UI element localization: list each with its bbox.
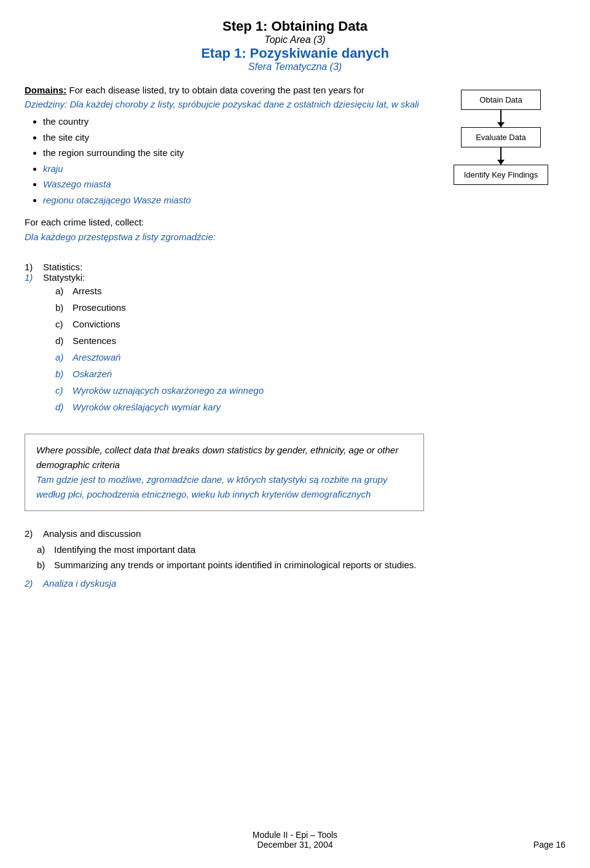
flowchart-box-1: Evaluate Data: [461, 127, 541, 147]
main-title-en: Step 1: Obtaining Data: [25, 18, 565, 34]
where-possible-en: Where possible, collect data that breaks…: [36, 445, 398, 470]
stats-list: a) Arrests b) Prosecutions c) Conviction…: [55, 283, 424, 415]
for-each-en: For each crime listed, collect:: [25, 215, 424, 230]
domains-text-en: For each disease listed, try to obtain d…: [69, 85, 364, 95]
footer-line1: Module II - Epi – Tools: [0, 830, 590, 840]
stats-sub-number: 1): [25, 272, 43, 283]
subtitle-en: Topic Area (3): [25, 34, 565, 45]
list-item: the site city: [43, 130, 424, 146]
list-item: b) Prosecutions: [55, 299, 424, 316]
stats-number: 1): [25, 262, 43, 272]
bullet-item-2-en: the region surrounding the site city: [43, 147, 184, 158]
list-item: d) Wyroków określających wymiar kary: [55, 399, 424, 415]
list-item: a) Arrests: [55, 283, 424, 299]
subtitle-pl: Sfera Tematyczna (3): [25, 61, 565, 72]
domains-text-pl: Dla każdej choroby z listy, spróbujcie p…: [69, 99, 419, 109]
bullet-item-0-en: the country: [43, 116, 88, 127]
bullet-item-2-pl: regionu otaczającego Wasze miasto: [43, 195, 191, 205]
for-each-pl: Dla każdego przestępstwa z listy zgromad…: [25, 230, 424, 244]
main-title-pl: Etap 1: Pozyskiwanie danych: [25, 45, 565, 61]
analysis-label-en: Analysis and discussion: [43, 526, 141, 542]
bullet-item-1-en: the site city: [43, 132, 89, 143]
stats-label-pl: Statystyki:: [43, 272, 85, 283]
list-item: b) Oskarżeń: [55, 366, 424, 382]
numbered-section: 1) Statistics: 1) Statystyki: a) Arrests…: [25, 262, 424, 415]
flowchart-container: Obtain Data Evaluate Data Identify Key F…: [436, 84, 565, 591]
flowchart-box-0: Obtain Data: [461, 90, 541, 110]
analysis-label-pl: Analiza i dyskusja: [43, 576, 116, 592]
bullet-list: the country the site city the region sur…: [25, 114, 424, 208]
analysis-list: a) Identifying the most important data b…: [25, 542, 424, 573]
analysis-number-pl: 2): [25, 576, 43, 592]
list-item: d) Sentences: [55, 332, 424, 349]
where-possible-box: Where possible, collect data that breaks…: [25, 434, 424, 511]
page-number: Page 16: [533, 840, 565, 850]
left-content: Domains: For each disease listed, try to…: [25, 84, 424, 591]
bullet-item-1-pl: Waszego miasta: [43, 179, 111, 189]
flow-arrow-2: [500, 147, 502, 165]
list-item: the region surrounding the site city: [43, 145, 424, 161]
for-each-section: For each crime listed, collect: Dla każd…: [25, 215, 424, 244]
page-title: Step 1: Obtaining Data Topic Area (3) Et…: [25, 18, 565, 72]
list-item: c) Convictions: [55, 316, 424, 332]
domains-label-pl: Dziedziny:: [25, 99, 67, 109]
list-item: b) Summarizing any trends or important p…: [37, 557, 424, 573]
analysis-section: 2) Analysis and discussion a) Identifyin…: [25, 526, 424, 591]
list-item: c) Wyroków uznających oskarżonego za win…: [55, 382, 424, 399]
flow-arrow-1: [500, 110, 502, 127]
footer: Module II - Epi – Tools December 31, 200…: [0, 830, 590, 850]
domains-label: Domains:: [25, 85, 66, 95]
bullet-item-0-pl: kraju: [43, 163, 63, 174]
flowchart-box-2: Identify Key Findings: [454, 165, 549, 185]
list-item: a) Aresztowań: [55, 349, 424, 366]
where-possible-pl: Tam gdzie jest to możliwe, zgromadźcie d…: [36, 474, 387, 499]
list-item: kraju: [43, 161, 424, 177]
analysis-number: 2): [25, 526, 43, 542]
list-item: the country: [43, 114, 424, 130]
stats-label-en: Statistics:: [43, 262, 82, 272]
list-item: a) Identifying the most important data: [37, 542, 424, 558]
list-item: regionu otaczającego Wasze miasto: [43, 192, 424, 208]
flowchart: Obtain Data Evaluate Data Identify Key F…: [454, 90, 549, 185]
domain-section: Domains: For each disease listed, try to…: [25, 84, 424, 208]
footer-line2: December 31, 2004: [0, 840, 590, 850]
list-item: Waszego miasta: [43, 176, 424, 192]
